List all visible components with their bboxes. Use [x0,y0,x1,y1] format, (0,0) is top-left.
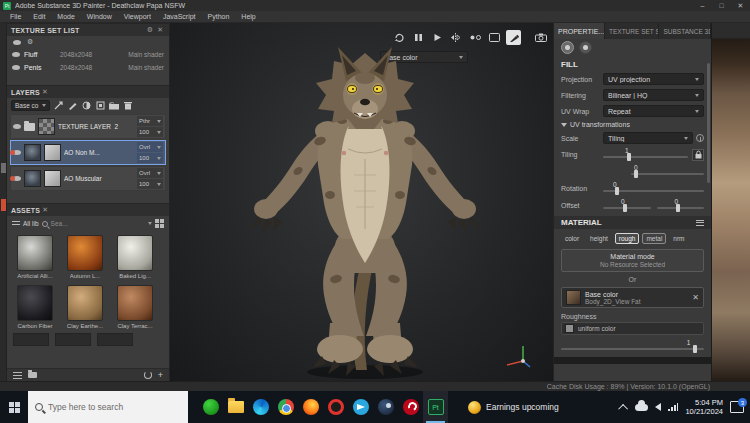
asset-item[interactable]: Clay Earthe... [63,285,107,329]
add-effect-icon[interactable] [53,100,64,111]
asset-thumbnail[interactable] [17,285,53,321]
channel-chip-metal[interactable]: metal [642,233,666,244]
layer-mask-thumbnail[interactable] [44,170,61,187]
roughness-resource[interactable]: uniform color [561,322,704,335]
blend-mode-dropdown[interactable]: Pthr [137,116,163,126]
material-mode-icon[interactable] [561,41,574,54]
layer-row-selected[interactable]: AO Non M... Ovrl 100 [10,140,166,165]
taskbar-pinterest[interactable] [398,391,423,423]
tab-substance-3d[interactable]: SUBSTANCE 3D ... [659,23,711,39]
trash-icon[interactable] [123,100,134,111]
channel-chip-height[interactable]: height [586,233,612,244]
opacity-dropdown[interactable]: 100 [137,179,163,189]
chevron-down-icon[interactable] [148,222,152,225]
layer-mask-thumbnail[interactable] [44,144,61,161]
volume-icon[interactable] [655,403,661,411]
refresh-icon[interactable] [144,371,152,379]
smart-material-icon[interactable] [95,100,106,111]
eye-icon[interactable] [12,52,20,57]
channel-chip-rough[interactable]: rough [615,233,640,244]
menu-edit[interactable]: Edit [27,13,51,20]
2d-view-strip[interactable] [711,23,750,381]
asset-item[interactable]: Clay Terrac... [113,285,157,329]
tab-properties[interactable]: PROPERTIE... ✕ [554,23,605,39]
remove-resource-icon[interactable]: ✕ [692,293,699,302]
asset-thumbnail[interactable] [17,235,53,271]
uv-transformations-header[interactable]: UV transformations [561,121,704,128]
add-asset-icon[interactable]: + [158,371,163,380]
base-color-resource[interactable]: Base color Body_2D_View Fat ✕ [561,287,704,308]
shelf-icon[interactable] [13,372,22,379]
menu-icon[interactable] [696,220,704,226]
blend-mode-dropdown[interactable]: Ovrl [137,168,163,178]
pencil-icon[interactable] [67,100,78,111]
layer-visibility-icon[interactable] [13,124,21,129]
action-center-icon[interactable]: 3 [730,401,744,413]
taskbar-substance-painter[interactable]: Pt [423,391,448,423]
grid-view-icon[interactable] [155,219,164,228]
tiling-v-slider[interactable] [631,173,704,175]
channel-chip-color[interactable]: color [561,233,583,244]
eye-icon[interactable] [12,65,20,70]
texture-set-row[interactable]: Fluff 2048x2048 Main shader [7,48,169,61]
fill-layer-icon[interactable] [81,100,92,111]
opacity-dropdown[interactable]: 100 [137,153,163,163]
offset-x-slider[interactable] [603,207,651,209]
dock-item-orange[interactable] [1,199,6,211]
2d-view-texture[interactable] [712,39,750,381]
panel-close-icon[interactable]: ✕ [155,26,165,34]
menu-javascript[interactable]: JavaScript [157,13,202,20]
panel-scrollbar[interactable] [707,63,710,183]
channel-filter-dropdown[interactable]: Base co [11,100,50,111]
taskbar-chrome[interactable] [273,391,298,423]
filter-icon[interactable] [12,220,20,227]
chevron-up-icon[interactable] [619,403,629,413]
assets-search-input[interactable]: Sea... [51,220,145,227]
panel-close-icon[interactable]: ✕ [40,206,50,214]
search-input[interactable] [48,402,168,412]
network-icon[interactable] [668,403,678,411]
menu-help[interactable]: Help [235,13,261,20]
asset-item[interactable]: Artificial Alli... [13,235,57,279]
rotation-slider[interactable] [603,190,704,192]
taskbar-clock[interactable]: 5:04 PM 10/21/2024 [685,398,723,417]
folder-icon[interactable] [28,372,37,378]
layer-thumbnail[interactable] [38,118,55,135]
layer-thumbnail[interactable] [24,170,41,187]
menu-python[interactable]: Python [202,13,236,20]
asset-thumbnail[interactable] [67,285,103,321]
taskbar-opera[interactable] [323,391,348,423]
onedrive-cloud-icon[interactable] [635,404,648,411]
shader-gear-icon[interactable]: ⚙ [27,38,33,46]
texture-set-row[interactable]: Penis 2048x2048 Main shader [7,61,169,74]
assets-filter-label[interactable]: All lib [23,220,39,227]
asset-thumbnail[interactable] [67,235,103,271]
asset-item[interactable]: Baked Lig... [113,235,157,279]
menu-viewport[interactable]: Viewport [118,13,157,20]
panel-close-icon[interactable]: ✕ [40,88,50,96]
asset-thumbnail[interactable] [117,235,153,271]
news-widget[interactable]: Earnings upcoming [462,391,565,423]
character-model[interactable] [170,23,553,381]
menu-file[interactable]: File [4,13,27,20]
tab-texture-set-settings[interactable]: TEXTURE SET SE... [605,23,660,39]
taskbar-explorer[interactable] [223,391,248,423]
minimize-button[interactable]: – [693,0,712,11]
opacity-dropdown[interactable]: 100 [137,127,163,137]
start-button[interactable] [0,391,28,423]
uv-wrap-dropdown[interactable]: Repeat [603,105,704,117]
taskbar-xbox[interactable] [198,391,223,423]
offset-y-slider[interactable] [657,207,705,209]
taskbar-search[interactable] [28,391,188,423]
add-folder-icon[interactable] [109,100,120,111]
viewport-3d[interactable]: Base color [170,23,553,381]
filtering-dropdown[interactable]: Bilinear | HQ [603,89,704,101]
bottom-slider[interactable] [561,348,704,350]
visibility-eye-icon[interactable] [13,40,21,45]
dock-item-gray[interactable] [1,163,6,173]
taskbar-edge[interactable] [248,391,273,423]
2d-view-tab-stub[interactable] [712,23,750,39]
tiling-slider[interactable] [603,156,688,158]
channel-chip-nrm[interactable]: nrm [669,233,688,244]
asset-item[interactable]: Carbon Fiber [13,285,57,329]
